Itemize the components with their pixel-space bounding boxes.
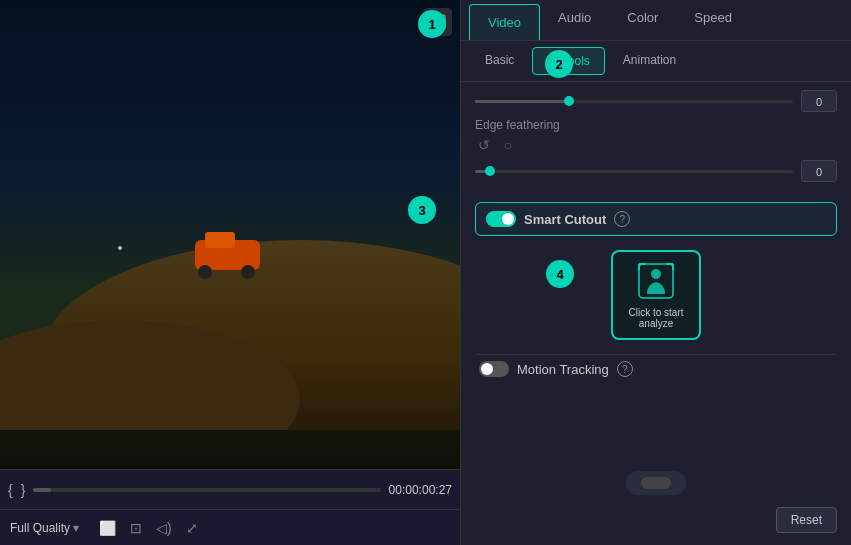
slider-value-1[interactable]: 0 xyxy=(801,90,837,112)
reset-button[interactable]: Reset xyxy=(776,507,837,533)
camera-icon[interactable]: ⊡ xyxy=(130,520,142,536)
analyze-button[interactable]: Click to start analyze xyxy=(611,250,701,340)
video-controls-bar: { } 00:00:00:27 xyxy=(0,469,460,509)
reset-icon[interactable]: ↺ xyxy=(475,136,493,154)
smart-cutout-toggle[interactable] xyxy=(486,211,516,227)
toolbar-icons: ⬜ ⊡ ◁) ⤢ xyxy=(99,520,198,536)
smart-cutout-section: Smart Cutout ? xyxy=(475,202,837,236)
slider-track-1[interactable] xyxy=(475,100,793,103)
smart-cutout-help-icon[interactable]: ? xyxy=(614,211,630,227)
motion-toggle-knob xyxy=(481,363,493,375)
video-area xyxy=(0,0,460,469)
video-panel: { } 00:00:00:27 Full Quality ▾ ⬜ ⊡ ◁) ⤢ xyxy=(0,0,460,545)
expand-icon[interactable]: ⤢ xyxy=(186,520,198,536)
right-panel: Video Audio Color Speed Basic AI Tools A… xyxy=(460,0,851,545)
motion-tracking-section: Motion Tracking ? xyxy=(475,354,837,383)
svg-point-7 xyxy=(118,246,122,250)
quality-selector[interactable]: Full Quality ▾ xyxy=(10,521,79,535)
slider-track-edge[interactable] xyxy=(475,170,793,173)
bracket-right-icon[interactable]: } xyxy=(21,482,26,498)
tab-color[interactable]: Color xyxy=(609,0,676,40)
volume-icon[interactable]: ◁) xyxy=(156,520,172,536)
timeline-progress xyxy=(33,488,50,492)
analyze-person-icon xyxy=(636,261,676,301)
motion-toggle-row: Motion Tracking ? xyxy=(479,361,833,377)
top-tabs: Video Audio Color Speed xyxy=(461,0,851,41)
video-scene-svg xyxy=(0,0,460,430)
subtab-basic[interactable]: Basic xyxy=(471,47,528,75)
edge-feathering-label: Edge feathering xyxy=(475,118,837,132)
slider-value-2[interactable]: 0 xyxy=(801,160,837,182)
analyze-label: Click to start analyze xyxy=(613,307,699,329)
sub-tabs: Basic AI Tools Animation xyxy=(461,41,851,82)
motion-tracking-label: Motion Tracking xyxy=(517,362,609,377)
slider-reset-icons: ↺ ○ xyxy=(475,136,517,154)
tab-audio[interactable]: Audio xyxy=(540,0,609,40)
motion-tracking-toggle[interactable] xyxy=(479,361,509,377)
subtab-ai-tools[interactable]: AI Tools xyxy=(532,47,604,75)
slider-row-edge-feathering: ↺ ○ xyxy=(475,136,837,154)
quality-label: Full Quality xyxy=(10,521,70,535)
slider-row-edge-feathering-track: 0 xyxy=(475,160,837,182)
svg-point-5 xyxy=(198,265,212,279)
timeline-markers: { } xyxy=(8,482,25,498)
timeline-bar[interactable] xyxy=(33,488,380,492)
smart-cutout-toggle-row: Smart Cutout ? xyxy=(486,211,826,227)
motion-tracking-help-icon[interactable]: ? xyxy=(617,361,633,377)
circle-icon[interactable]: ○ xyxy=(499,136,517,154)
tab-speed[interactable]: Speed xyxy=(676,0,750,40)
smart-cutout-label: Smart Cutout xyxy=(524,212,606,227)
svg-rect-4 xyxy=(205,232,235,248)
subtab-animation[interactable]: Animation xyxy=(609,47,690,75)
analyze-section: Click to start analyze xyxy=(475,250,837,340)
svg-point-11 xyxy=(651,269,661,279)
toggle-knob xyxy=(502,213,514,225)
slider-row-1: 0 xyxy=(475,90,837,112)
svg-point-6 xyxy=(241,265,255,279)
person-svg xyxy=(637,262,675,300)
bottom-toolbar: Full Quality ▾ ⬜ ⊡ ◁) ⤢ xyxy=(0,509,460,545)
main-container: { } 00:00:00:27 Full Quality ▾ ⬜ ⊡ ◁) ⤢ xyxy=(0,0,851,545)
chevron-down-icon: ▾ xyxy=(73,521,79,535)
scroll-indicator xyxy=(626,471,686,495)
tab-video[interactable]: Video xyxy=(469,4,540,40)
time-display: 00:00:00:27 xyxy=(389,483,452,497)
bracket-left-icon[interactable]: { xyxy=(8,482,13,498)
upload-icon xyxy=(430,14,446,30)
sliders-section: 0 Edge feathering ↺ ○ 0 xyxy=(461,82,851,196)
scroll-thumb xyxy=(641,477,671,489)
screen-icon[interactable]: ⬜ xyxy=(99,520,116,536)
upload-icon-button[interactable] xyxy=(424,8,452,36)
